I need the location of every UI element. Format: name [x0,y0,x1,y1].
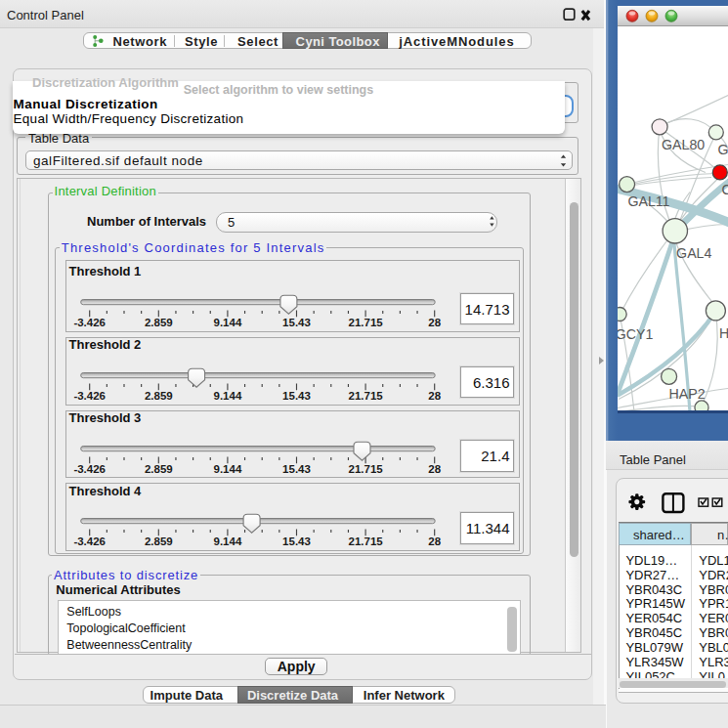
svg-text:15.43: 15.43 [282,462,311,474]
svg-text:21.715: 21.715 [348,389,383,401]
svg-text:2.859: 2.859 [145,535,173,547]
svg-text:21.715: 21.715 [348,462,383,474]
svg-text:15.43: 15.43 [282,316,311,327]
svg-text:GCY1: GCY1 [618,326,654,342]
svg-text:2.859: 2.859 [145,462,173,474]
svg-text:28: 28 [428,462,441,474]
svg-text:2.859: 2.859 [145,389,173,401]
svg-text:-3.426: -3.426 [73,389,106,401]
svg-text:15.43: 15.43 [282,389,311,401]
svg-text:28: 28 [428,316,441,327]
svg-text:GAL4: GAL4 [676,244,711,260]
svg-text:28: 28 [428,535,441,547]
svg-text:-3.426: -3.426 [73,535,106,547]
svg-text:GAL11: GAL11 [627,193,669,209]
svg-text:C: C [721,181,728,196]
svg-text:9.144: 9.144 [213,535,241,547]
svg-text:21.715: 21.715 [348,535,383,547]
svg-text:-3.426: -3.426 [73,316,106,327]
svg-text:21.715: 21.715 [348,316,383,327]
svg-text:HAP2: HAP2 [669,385,706,401]
svg-text:15.43: 15.43 [282,535,311,547]
svg-text:G.: G. [717,141,728,156]
svg-text:9.144: 9.144 [213,462,241,474]
svg-text:28: 28 [428,389,441,401]
svg-text:2.859: 2.859 [145,316,173,327]
svg-text:9.144: 9.144 [213,389,241,401]
svg-text:9.144: 9.144 [213,316,241,327]
svg-text:-3.426: -3.426 [73,462,106,474]
svg-text:H: H [719,324,728,340]
svg-text:GAL80: GAL80 [662,136,705,151]
